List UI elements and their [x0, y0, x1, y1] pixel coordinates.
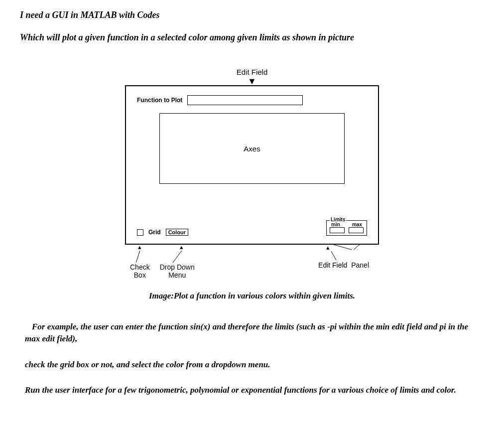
title-line-2: Which will plot a given function in a se…: [20, 32, 484, 43]
checkbox-annotation: Check Box: [130, 264, 150, 279]
function-input[interactable]: [187, 95, 303, 105]
max-label: max: [352, 222, 362, 227]
edit-field-annotation: Edit Field: [125, 68, 379, 76]
pointer-line-icon: [135, 251, 145, 264]
grid-checkbox[interactable]: [137, 229, 143, 236]
colour-dropdown[interactable]: Colour: [166, 229, 188, 236]
paragraph-2: check the grid box or not, and select th…: [25, 359, 484, 371]
min-label: min: [331, 222, 340, 227]
editfield-panel-annotation: Edit Field Panel: [318, 261, 369, 269]
dropdown-annotation: Drop Down Menu: [160, 264, 195, 279]
arrow-up-icon: ▴: [326, 244, 330, 251]
title-line-1: I need a GUI in MATLAB with Codes: [20, 10, 484, 20]
gui-panel: Function to Plot Axes Grid Colour Limits…: [125, 85, 379, 245]
grid-label: Grid: [148, 229, 161, 236]
svg-line-2: [334, 245, 352, 250]
limits-panel: Limits min max: [326, 217, 367, 236]
limits-legend: Limits: [330, 217, 346, 222]
arrow-up-icon: ▴: [169, 244, 195, 251]
arrow-down-icon: ▼: [125, 78, 379, 84]
pointer-line-icon: [170, 251, 185, 264]
pointer-line-icon: [332, 244, 362, 251]
axes-area: Axes: [159, 113, 345, 184]
svg-line-0: [136, 251, 140, 263]
max-input[interactable]: [349, 227, 364, 233]
min-input[interactable]: [330, 227, 345, 233]
image-caption: Image:Plot a function in various colors …: [20, 291, 484, 301]
function-to-plot-label: Function to Plot: [137, 97, 182, 104]
arrow-up-icon: ▴: [130, 244, 150, 251]
paragraph-3: Run the user interface for a few trigono…: [25, 384, 484, 396]
svg-line-1: [173, 251, 182, 263]
svg-line-3: [354, 244, 361, 250]
gui-mockup: Edit Field ▼ Function to Plot Axes Grid …: [125, 68, 379, 279]
pointer-line-icon: [326, 251, 361, 261]
paragraph-1: For example, the user can enter the func…: [25, 321, 484, 345]
svg-line-4: [331, 251, 336, 260]
axes-label: Axes: [244, 145, 260, 153]
